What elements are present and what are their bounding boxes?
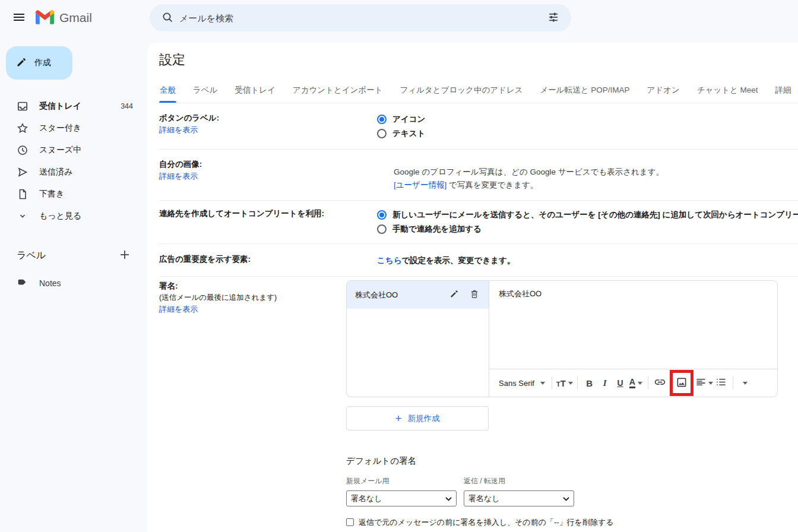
radio-unselected-icon[interactable] [377, 224, 387, 234]
dropdown-caret-icon [743, 382, 748, 385]
editor-toolbar: Sans Serif TT B I U A [489, 369, 777, 397]
add-label-button[interactable] [116, 247, 133, 264]
star-icon [17, 122, 28, 134]
row-title: 署名: [159, 280, 334, 292]
hamburger-menu-button[interactable] [6, 5, 32, 31]
radio-option-icon[interactable]: アイコン [377, 112, 798, 126]
dropdown-caret-icon [708, 382, 713, 385]
show-details-link[interactable]: 詳細を表示 [159, 303, 198, 315]
signature-editor-content[interactable]: 株式会社OO [489, 281, 777, 369]
numbered-list-icon [715, 376, 727, 390]
link-icon [654, 376, 666, 390]
compose-button[interactable]: 作成 [6, 46, 72, 80]
create-new-signature-button[interactable]: + 新規作成 [346, 406, 489, 430]
underline-icon: U [618, 378, 623, 388]
show-details-link[interactable]: 詳細を表示 [159, 124, 198, 136]
search-options-button[interactable] [542, 6, 565, 30]
radio-option-manual-add[interactable]: 手動で連絡先を追加する [377, 222, 798, 236]
tab-general[interactable]: 全般 [159, 78, 176, 103]
insert-image-button[interactable] [674, 374, 689, 392]
edit-signature-button[interactable] [448, 288, 460, 302]
trash-icon [470, 289, 479, 300]
sidebar-item-label: もっと見る [39, 211, 81, 221]
profile-photo-line2: [ユーザー情報] で写真を変更できます。 [394, 179, 798, 192]
insert-link-button[interactable] [653, 374, 668, 392]
tab-accounts-import[interactable]: アカウントとインポート [292, 78, 384, 103]
align-dropdown[interactable] [695, 374, 714, 392]
signature-name: 株式会社OO [355, 290, 440, 300]
signature-list: 株式会社OO [347, 281, 489, 397]
show-details-link[interactable]: 詳細を表示 [159, 170, 198, 182]
radio-unselected-icon[interactable] [377, 129, 387, 138]
italic-button[interactable]: I [597, 374, 613, 392]
text-color-dropdown[interactable]: A [628, 374, 644, 392]
search-input[interactable] [179, 13, 542, 23]
for-reply-forward-group: 返信 / 転送用 署名なし [464, 476, 574, 506]
sidebar-item-snoozed[interactable]: スヌーズ中 [0, 139, 147, 161]
radio-option-text[interactable]: テキスト [377, 126, 798, 141]
checkbox-unchecked[interactable] [346, 518, 354, 526]
row-title: 連絡先を作成してオートコンプリートを利用: [159, 208, 365, 220]
tab-chat-meet[interactable]: チャットと Meet [696, 78, 759, 103]
settings-tabs: 全般 ラベル 受信トレイ アカウントとインポート フィルタとブロック中のアドレス… [159, 78, 798, 103]
bold-button[interactable]: B [582, 374, 597, 392]
sidebar-item-sent[interactable]: 送信済み [0, 161, 147, 183]
signature-list-item[interactable]: 株式会社OO [347, 281, 489, 309]
search-icon [162, 11, 173, 25]
for-reply-forward-label: 返信 / 転送用 [464, 476, 574, 486]
font-size-dropdown[interactable]: TT [556, 374, 573, 392]
new-mail-signature-select[interactable]: 署名なし [346, 490, 457, 506]
profile-photo-line2-rest: で写真を変更できます。 [446, 180, 538, 189]
signature-defaults-title: デフォルトの署名 [346, 455, 798, 467]
toolbar-separator [577, 376, 578, 390]
clock-icon [17, 144, 28, 156]
sidebar-item-label: スター付き [39, 123, 81, 134]
dropdown-caret-icon [638, 382, 642, 385]
tab-forwarding-pop-imap[interactable]: メール転送と POP/IMAP [540, 78, 631, 103]
more-formatting-dropdown[interactable] [737, 374, 753, 392]
hamburger-icon [13, 11, 25, 25]
radio-selected-icon[interactable] [377, 210, 387, 220]
labels-header-title: ラベル [17, 249, 46, 262]
tab-filters-blocked[interactable]: フィルタとブロック中のアドレス [400, 78, 524, 103]
compose-label: 作成 [34, 58, 51, 68]
user-info-link[interactable]: [ユーザー情報] [394, 179, 446, 191]
plus-icon: + [395, 413, 401, 424]
image-icon [676, 376, 688, 390]
settings-row-autocomplete: 連絡先を作成してオートコンプリートを利用: 新しいユーザーにメールを送信すると、… [159, 201, 798, 244]
search-button[interactable] [156, 6, 179, 30]
signature-panel: 株式会社OO 株式会社OO [346, 280, 778, 397]
sidebar-label-notes[interactable]: Notes [0, 272, 147, 294]
tab-inbox[interactable]: 受信トレイ [234, 78, 276, 103]
tab-addons[interactable]: アドオン [646, 78, 680, 103]
reply-signature-select[interactable]: 署名なし [464, 490, 574, 506]
text-size-icon: TT [556, 378, 566, 388]
ads-settings-text: こちらで設定を表示、変更できます。 [377, 254, 798, 267]
radio-selected-icon[interactable] [377, 115, 387, 124]
sidebar-item-starred[interactable]: スター付き [0, 117, 147, 139]
settings-row-signature: 署名: (送信メールの最後に追加されます) 詳細を表示 株式会社OO [159, 277, 798, 532]
select-chevron-icon [563, 494, 569, 503]
sidebar-item-drafts[interactable]: 下書き [0, 183, 147, 205]
row-title: 自分の画像: [159, 159, 365, 170]
app-name: Gmail [59, 11, 92, 25]
sidebar-item-inbox[interactable]: 受信トレイ 344 [0, 95, 147, 117]
sidebar: 作成 受信トレイ 344 スター付き スヌーズ中 送信済み [0, 36, 147, 532]
tab-advanced[interactable]: 詳細 [775, 78, 792, 103]
text-color-icon: A [629, 378, 635, 388]
font-family-dropdown[interactable]: Sans Serif [496, 374, 547, 392]
radio-option-auto-add[interactable]: 新しいユーザーにメールを送信すると、そのユーザーを [その他の連絡先] に追加し… [377, 208, 798, 222]
search-bar[interactable] [150, 4, 571, 31]
here-link[interactable]: こちら [377, 255, 401, 267]
sidebar-item-label: 送信済み [39, 167, 72, 178]
bold-icon: B [586, 378, 593, 388]
labels-header: ラベル [0, 245, 147, 266]
signature-subtext: (送信メールの最後に追加されます) [159, 292, 334, 303]
sidebar-item-more[interactable]: もっと見る [0, 205, 147, 227]
settings-row-button-labels: ボタンのラベル: 詳細を表示 アイコン テキスト [159, 103, 798, 150]
pencil-icon [15, 56, 27, 70]
list-button[interactable] [713, 374, 729, 392]
underline-button[interactable]: U [613, 374, 628, 392]
tab-labels[interactable]: ラベル [192, 78, 218, 103]
delete-signature-button[interactable] [468, 288, 480, 302]
